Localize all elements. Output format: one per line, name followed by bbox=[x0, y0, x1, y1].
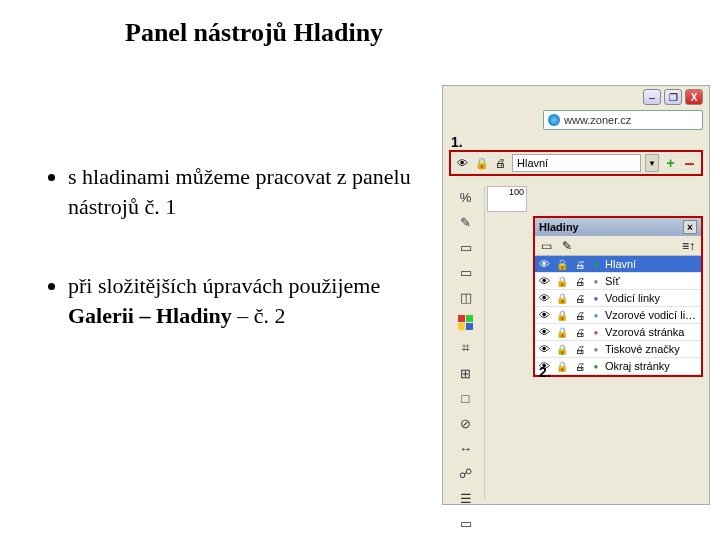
print-icon[interactable]: 🖨 bbox=[571, 361, 589, 372]
layer-row[interactable]: 👁🔒🖨●Okraj stránky bbox=[535, 358, 701, 375]
url-text: www.zoner.cz bbox=[564, 114, 631, 126]
eye-icon[interactable]: 👁 bbox=[535, 275, 553, 287]
bullet-2: při složitějších úpravách použijeme Gale… bbox=[68, 271, 418, 330]
lock-icon[interactable]: 🔒 bbox=[474, 156, 489, 171]
lock-icon[interactable]: 🔒 bbox=[553, 361, 571, 372]
callout-2-label: 2. bbox=[539, 364, 551, 380]
tool-icon-13[interactable]: ▭ bbox=[456, 516, 476, 531]
eye-icon[interactable]: 👁 bbox=[535, 292, 553, 304]
maximize-button[interactable]: ❐ bbox=[664, 89, 682, 105]
tool-icon-7[interactable]: ⊞ bbox=[456, 366, 476, 381]
layer-row[interactable]: 👁🔒🖨●Vzorové vodicí linky bbox=[535, 307, 701, 324]
layer-color-dot: ● bbox=[589, 277, 603, 286]
bullet-2-bold: Galerii – Hladiny bbox=[68, 303, 232, 328]
layers-panel: Hladiny × ▭ ✎ ≡↑ 👁🔒🖨●Hlavní👁🔒🖨●Síť👁🔒🖨●Vo… bbox=[533, 216, 703, 377]
color-swatch-icon[interactable] bbox=[458, 315, 473, 330]
tool-icon-0[interactable]: % bbox=[456, 190, 476, 205]
globe-icon bbox=[548, 114, 560, 126]
current-layer-name: Hlavní bbox=[517, 157, 548, 169]
print-icon[interactable]: 🖨 bbox=[571, 327, 589, 338]
tool-icon-6[interactable]: ⌗ bbox=[456, 340, 476, 356]
lock-icon[interactable]: 🔒 bbox=[553, 344, 571, 355]
ruler: 100 bbox=[487, 186, 527, 212]
layer-color-dot: ● bbox=[589, 260, 603, 269]
bullet-2-text-a: při složitějších úpravách použijeme bbox=[68, 273, 380, 298]
panel-action-icon[interactable]: ✎ bbox=[562, 239, 572, 253]
layer-name: Okraj stránky bbox=[603, 360, 701, 372]
panel-new-icon[interactable]: ▭ bbox=[541, 239, 552, 253]
print-icon[interactable]: 🖨 bbox=[571, 293, 589, 304]
layers-toolbar: 👁 🔒 🖨 Hlavní ▼ + – bbox=[449, 150, 703, 176]
layer-name: Tiskové značky bbox=[603, 343, 701, 355]
bullet-2-text-c: – č. 2 bbox=[237, 303, 285, 328]
layer-name: Vzorové vodicí linky bbox=[603, 309, 701, 321]
eye-icon[interactable]: 👁 bbox=[455, 156, 470, 171]
print-icon[interactable]: 🖨 bbox=[571, 259, 589, 270]
layers-panel-title: Hladiny bbox=[539, 221, 579, 233]
eye-icon[interactable]: 👁 bbox=[535, 343, 553, 355]
layers-panel-toolbar: ▭ ✎ ≡↑ bbox=[535, 236, 701, 256]
tool-icon-11[interactable]: ☍ bbox=[456, 466, 476, 481]
layer-color-dot: ● bbox=[589, 328, 603, 337]
slide-title: Panel nástrojů Hladiny bbox=[125, 18, 383, 48]
layer-name: Vzorová stránka bbox=[603, 326, 701, 338]
layer-color-dot: ● bbox=[589, 362, 603, 371]
layer-name: Síť bbox=[603, 275, 701, 287]
lock-icon[interactable]: 🔒 bbox=[553, 276, 571, 287]
tool-icon-12[interactable]: ☰ bbox=[456, 491, 476, 506]
panel-sort-icon[interactable]: ≡↑ bbox=[682, 239, 695, 253]
tool-icon-2[interactable]: ▭ bbox=[456, 240, 476, 255]
lock-icon[interactable]: 🔒 bbox=[553, 327, 571, 338]
app-screenshot: – ❐ X www.zoner.cz 1. 👁 🔒 🖨 Hlavní ▼ + –… bbox=[442, 85, 710, 505]
layer-row[interactable]: 👁🔒🖨●Tiskové značky bbox=[535, 341, 701, 358]
print-icon[interactable]: 🖨 bbox=[571, 344, 589, 355]
minimize-button[interactable]: – bbox=[643, 89, 661, 105]
print-icon[interactable]: 🖨 bbox=[493, 156, 508, 171]
bullet-1: s hladinami můžeme pracovat z panelu nás… bbox=[68, 162, 418, 221]
current-layer-field[interactable]: Hlavní bbox=[512, 154, 641, 172]
layer-row[interactable]: 👁🔒🖨●Vzorová stránka bbox=[535, 324, 701, 341]
tool-icon-3[interactable]: ▭ bbox=[456, 265, 476, 280]
layer-color-dot: ● bbox=[589, 311, 603, 320]
layer-row[interactable]: 👁🔒🖨●Hlavní bbox=[535, 256, 701, 273]
callout-1-label: 1. bbox=[451, 134, 463, 150]
print-icon[interactable]: 🖨 bbox=[571, 310, 589, 321]
layer-color-dot: ● bbox=[589, 294, 603, 303]
lock-icon[interactable]: 🔒 bbox=[553, 259, 571, 270]
eye-icon[interactable]: 👁 bbox=[535, 326, 553, 338]
layer-name: Hlavní bbox=[603, 258, 701, 270]
layer-color-dot: ● bbox=[589, 345, 603, 354]
eye-icon[interactable]: 👁 bbox=[535, 309, 553, 321]
tool-icon-4[interactable]: ◫ bbox=[456, 290, 476, 305]
layers-panel-header[interactable]: Hladiny × bbox=[535, 218, 701, 236]
url-bar[interactable]: www.zoner.cz bbox=[543, 110, 703, 130]
panel-close-button[interactable]: × bbox=[683, 220, 697, 234]
layer-name: Vodicí linky bbox=[603, 292, 701, 304]
tool-icon-1[interactable]: ✎ bbox=[456, 215, 476, 230]
layer-dropdown-button[interactable]: ▼ bbox=[645, 154, 659, 172]
lock-icon[interactable]: 🔒 bbox=[553, 293, 571, 304]
bullet-list: s hladinami můžeme pracovat z panelu nás… bbox=[28, 162, 418, 381]
tool-icon-10[interactable]: ↔ bbox=[456, 441, 476, 456]
tool-icon-5[interactable] bbox=[456, 315, 476, 330]
layers-list: 👁🔒🖨●Hlavní👁🔒🖨●Síť👁🔒🖨●Vodicí linky👁🔒🖨●Vzo… bbox=[535, 256, 701, 375]
lock-icon[interactable]: 🔒 bbox=[553, 310, 571, 321]
tool-icon-9[interactable]: ⊘ bbox=[456, 416, 476, 431]
vertical-tool-palette: %✎▭▭◫⌗⊞□⊘↔☍☰▭▭▭📁A bbox=[447, 186, 485, 500]
tool-icon-8[interactable]: □ bbox=[456, 391, 476, 406]
print-icon[interactable]: 🖨 bbox=[571, 276, 589, 287]
layer-row[interactable]: 👁🔒🖨●Síť bbox=[535, 273, 701, 290]
add-layer-button[interactable]: + bbox=[663, 156, 678, 171]
eye-icon[interactable]: 👁 bbox=[535, 258, 553, 270]
remove-layer-button[interactable]: – bbox=[682, 156, 697, 171]
window-buttons: – ❐ X bbox=[643, 89, 703, 105]
close-button[interactable]: X bbox=[685, 89, 703, 105]
layer-row[interactable]: 👁🔒🖨●Vodicí linky bbox=[535, 290, 701, 307]
